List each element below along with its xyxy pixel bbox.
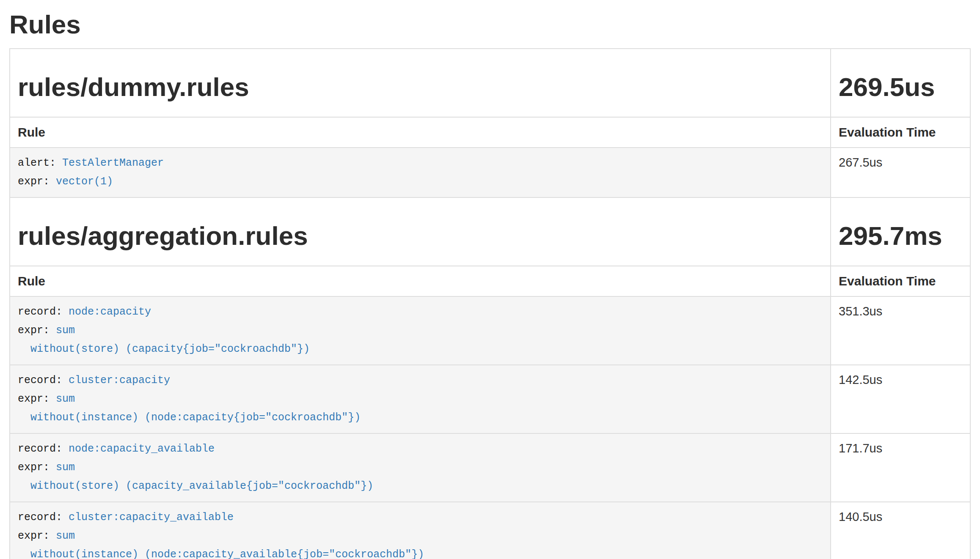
rule-field-line: expr: sum without(store) (capacity{job="…	[18, 321, 823, 359]
rule-cell: record: cluster:capacityexpr: sum withou…	[10, 365, 831, 433]
rule-code: record: cluster:capacityexpr: sum withou…	[18, 371, 823, 427]
rule-row: alert: TestAlertManagerexpr: vector(1)26…	[10, 148, 970, 197]
group-row: rules/dummy.rules269.5us	[10, 49, 970, 117]
rule-code: alert: TestAlertManagerexpr: vector(1)	[18, 154, 823, 191]
rule-code: record: cluster:capacity_availableexpr: …	[18, 508, 823, 559]
rule-eval-time: 351.3us	[839, 304, 882, 318]
rule-value-link[interactable]: TestAlertManager	[62, 157, 164, 169]
rule-value-link[interactable]: cluster:capacity	[69, 374, 170, 386]
rule-eval-time-cell: 142.5us	[831, 365, 970, 433]
rule-field-line: expr: sum without(instance) (node:capaci…	[18, 390, 823, 427]
rule-field-key: expr:	[18, 324, 56, 337]
rule-field-key: record:	[18, 443, 69, 455]
group-eval-total-cell: 269.5us	[831, 49, 970, 117]
column-header-row: RuleEvaluation Time	[10, 266, 970, 296]
rule-field-line: expr: sum without(instance) (node:capaci…	[18, 527, 823, 559]
group-file-cell: rules/aggregation.rules	[10, 197, 831, 266]
rule-cell: record: cluster:capacity_availableexpr: …	[10, 502, 831, 559]
groups-container: rules/dummy.rules269.5usRuleEvaluation T…	[10, 49, 970, 559]
group-eval-total-cell: 295.7ms	[831, 197, 970, 266]
rule-column-header: Rule	[10, 117, 831, 148]
rule-field-line: record: node:capacity	[18, 303, 823, 321]
rule-eval-time-cell: 267.5us	[831, 148, 970, 197]
rule-eval-time-cell: 351.3us	[831, 296, 970, 365]
rule-code: record: node:capacityexpr: sum without(s…	[18, 303, 823, 359]
rule-eval-time-cell: 140.5us	[831, 502, 970, 559]
time-column-header: Evaluation Time	[831, 266, 970, 296]
rule-cell: record: node:capacityexpr: sum without(s…	[10, 296, 831, 365]
rule-eval-time: 171.7us	[839, 441, 882, 455]
page-title: Rules	[9, 10, 971, 39]
rule-code: record: node:capacity_availableexpr: sum…	[18, 440, 823, 496]
group-eval-total: 295.7ms	[839, 222, 962, 250]
page: Rules rules/dummy.rules269.5usRuleEvalua…	[0, 0, 980, 559]
rule-value-link[interactable]: vector(1)	[56, 175, 113, 188]
rule-field-line: alert: TestAlertManager	[18, 154, 823, 173]
rule-field-line: record: cluster:capacity	[18, 371, 823, 390]
rule-eval-time-cell: 171.7us	[831, 433, 970, 502]
rule-cell: record: node:capacity_availableexpr: sum…	[10, 433, 831, 502]
rule-row: record: cluster:capacity_availableexpr: …	[10, 502, 970, 559]
time-column-header: Evaluation Time	[831, 117, 970, 148]
rule-row: record: cluster:capacityexpr: sum withou…	[10, 365, 970, 433]
rule-field-key: expr:	[18, 530, 56, 542]
rule-value-link[interactable]: sum without(instance) (node:capacity{job…	[18, 393, 361, 424]
rule-eval-time: 142.5us	[839, 373, 882, 386]
rule-value-link[interactable]: cluster:capacity_available	[69, 511, 234, 523]
group-file-name: rules/dummy.rules	[18, 73, 823, 101]
rule-eval-time: 140.5us	[839, 510, 882, 523]
rule-field-line: record: cluster:capacity_available	[18, 508, 823, 527]
group-eval-total: 269.5us	[839, 73, 962, 101]
rule-value-link[interactable]: sum without(instance) (node:capacity_ava…	[18, 530, 424, 559]
rule-field-key: expr:	[18, 175, 56, 188]
rule-field-key: expr:	[18, 461, 56, 474]
rule-row: record: node:capacity_availableexpr: sum…	[10, 433, 970, 502]
rule-field-line: expr: vector(1)	[18, 173, 823, 191]
group-file-cell: rules/dummy.rules	[10, 49, 831, 117]
rule-cell: alert: TestAlertManagerexpr: vector(1)	[10, 148, 831, 197]
rule-field-key: alert:	[18, 157, 62, 169]
rule-field-line: expr: sum without(store) (capacity_avail…	[18, 458, 823, 496]
rule-field-key: expr:	[18, 393, 56, 405]
rule-value-link[interactable]: node:capacity_available	[69, 443, 215, 455]
group-row: rules/aggregation.rules295.7ms	[10, 197, 970, 266]
rule-row: record: node:capacityexpr: sum without(s…	[10, 296, 970, 365]
rule-field-key: record:	[18, 374, 69, 386]
rule-value-link[interactable]: sum without(store) (capacity_available{j…	[18, 461, 373, 492]
rule-value-link[interactable]: node:capacity	[69, 306, 151, 318]
rule-column-header: Rule	[10, 266, 831, 296]
rules-table: rules/dummy.rules269.5usRuleEvaluation T…	[9, 48, 971, 559]
rule-eval-time: 267.5us	[839, 156, 882, 169]
rule-field-key: record:	[18, 306, 69, 318]
rule-field-line: record: node:capacity_available	[18, 440, 823, 458]
group-file-name: rules/aggregation.rules	[18, 222, 823, 250]
rule-field-key: record:	[18, 511, 69, 523]
rule-value-link[interactable]: sum without(store) (capacity{job="cockro…	[18, 324, 310, 355]
column-header-row: RuleEvaluation Time	[10, 117, 970, 148]
